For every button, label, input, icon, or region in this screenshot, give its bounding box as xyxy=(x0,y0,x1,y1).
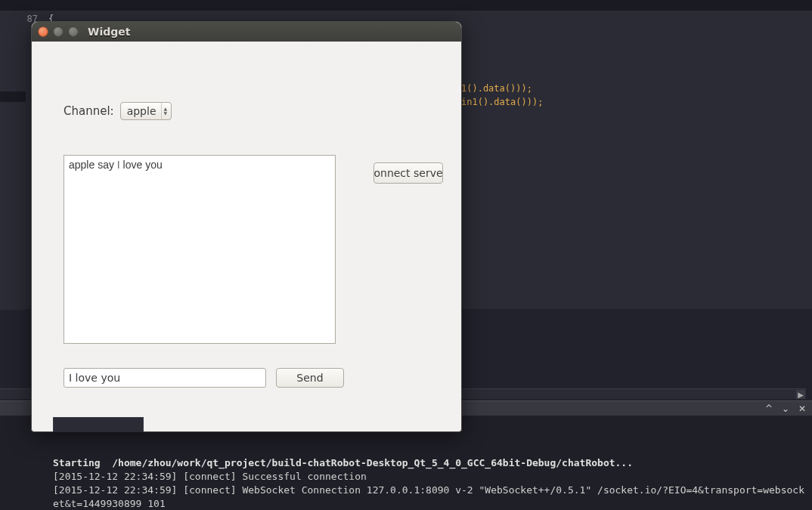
pane-collapse-icon[interactable]: ^ xyxy=(764,403,774,414)
editor-left-margin-dark xyxy=(0,91,26,102)
output-line: [2015-12-12 22:34:59] [connect] WebSocke… xyxy=(53,484,804,509)
pane-close-icon[interactable]: ✕ xyxy=(797,403,807,414)
chevron-down-icon[interactable]: ▼ xyxy=(164,111,168,116)
connect-server-button[interactable]: onnect serve xyxy=(373,162,443,184)
log-text: love you xyxy=(120,159,163,171)
window-title: Widget xyxy=(83,26,130,38)
channel-label: Channel: xyxy=(64,104,114,118)
connect-server-button-label: onnect serve xyxy=(373,167,442,179)
editor-left-margin xyxy=(0,11,26,310)
pane-expand-icon[interactable]: ⌄ xyxy=(780,403,791,414)
send-button-label: Send xyxy=(296,372,323,384)
code-fragment: 1().data())); xyxy=(461,83,532,94)
log-text: apple say xyxy=(69,159,117,171)
output-line: [2015-12-12 22:34:59] [connect] Successf… xyxy=(53,471,367,482)
window-titlebar[interactable]: Widget xyxy=(32,22,461,42)
channel-spinbox[interactable]: apple ▲ ▼ xyxy=(120,102,172,120)
window-minimize-icon[interactable] xyxy=(53,26,64,37)
channel-value: apple xyxy=(127,105,157,117)
editor-tabbar xyxy=(0,0,812,11)
spinbox-arrows-icon[interactable]: ▲ ▼ xyxy=(161,103,170,119)
window-maximize-icon[interactable] xyxy=(68,26,79,37)
output-tab[interactable] xyxy=(53,417,144,432)
send-button[interactable]: Send xyxy=(276,368,344,388)
widget-window: Widget Channel: apple ▲ ▼ apple say I lo… xyxy=(31,21,462,432)
code-fragment: in1().data())); xyxy=(461,97,543,107)
chat-log-textarea[interactable]: apple say I love you xyxy=(64,155,336,344)
window-close-icon[interactable] xyxy=(38,26,48,37)
window-body: Channel: apple ▲ ▼ apple say I love you … xyxy=(32,42,461,431)
scroll-right-arrow-icon[interactable]: ▶ xyxy=(796,390,805,399)
message-input[interactable] xyxy=(64,368,266,388)
output-line: Starting /home/zhou/work/qt_project/buil… xyxy=(53,457,633,468)
